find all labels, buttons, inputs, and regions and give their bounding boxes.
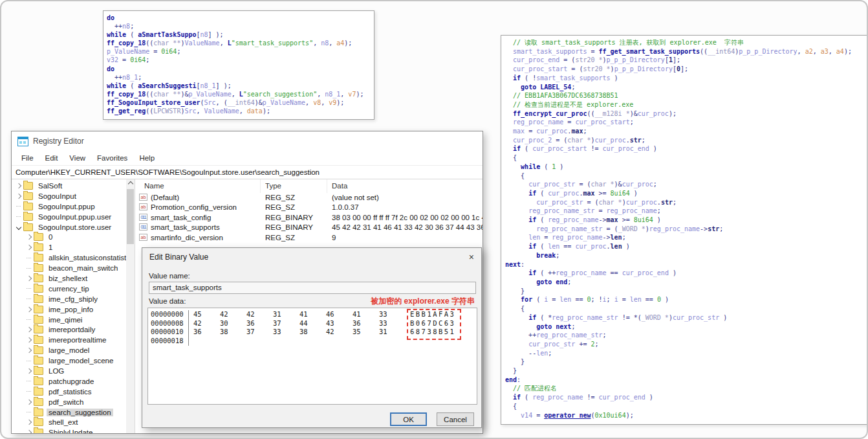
- code-line: {: [505, 402, 868, 411]
- column-header-name[interactable]: Name: [144, 182, 164, 190]
- tree-item-label: ShiplyUpdate: [47, 429, 94, 433]
- tree-item-large_model[interactable]: large_model: [12, 345, 126, 355]
- tree-item-large_model_scene[interactable]: large_model_scene: [12, 355, 126, 366]
- tree-item-ime_cfg_shiply[interactable]: ime_cfg_shiply: [12, 294, 126, 304]
- folder-icon: [34, 264, 43, 272]
- scroll-up-button[interactable]: [126, 179, 135, 188]
- tree-item-0[interactable]: 0: [12, 232, 126, 242]
- code-line: v32 = 0i64;: [107, 56, 374, 64]
- registry-value-row[interactable]: abPromotion_config_versionREG_SZ1.0.0.37: [135, 203, 483, 212]
- column-header-type[interactable]: Type: [265, 182, 281, 190]
- menu-edit[interactable]: Edit: [39, 154, 64, 162]
- registry-value-row[interactable]: 011smart_task_supportsREG_BINARY45 42 42…: [135, 223, 483, 232]
- code-line: reg_proc_name_str = reg_proc_name;: [505, 207, 868, 216]
- hex-row: 000000004542423141464133EBB1AFA3: [148, 310, 477, 319]
- tree-item-currency_tip[interactable]: currency_tip: [12, 284, 126, 294]
- chevron-right-icon: [25, 245, 33, 249]
- code-line: ff_SogouInput_store_user(Src, (__int64)&…: [107, 98, 374, 107]
- tree-scrollbar[interactable]: [126, 179, 135, 433]
- tree-item-SogouInput.ppup[interactable]: SogouInput.ppup: [12, 201, 126, 212]
- tree-item-imereportrealtime[interactable]: imereportrealtime: [12, 335, 126, 345]
- code-panel-decompiler-right: // 读取 smart_task_supports 注册表, 获取到 explo…: [501, 35, 868, 425]
- tree-item-biz_shellext[interactable]: biz_shellext: [12, 273, 126, 284]
- code-line: if ( cur_proc.max >= 8ui64 ): [505, 189, 868, 198]
- tree-item-SogouInput.store.user[interactable]: SogouInput.store.user: [12, 222, 126, 232]
- tree-item-allskin_statusiconstatistics[interactable]: allskin_statusiconstatistics: [12, 253, 126, 263]
- hex-byte: 37: [246, 328, 255, 335]
- tree-stub: [25, 391, 33, 392]
- folder-icon: [23, 223, 33, 231]
- code-line: cur_proc_str = (char *)cur_proc.str;: [505, 198, 868, 207]
- tree-item-pdf_statistics[interactable]: pdf_statistics: [12, 387, 126, 397]
- tree-item-label: ime_pop_info: [47, 306, 95, 313]
- hex-editor[interactable]: 000000004542423141464133EBB1AFA300000008…: [147, 308, 477, 405]
- tree-item-label: SogouInput: [36, 192, 78, 200]
- hex-ascii-char: 0: [416, 319, 420, 327]
- code-line: --len;: [505, 349, 868, 358]
- code-line: // EBB1AFA3B067DC6368738B51: [505, 91, 868, 100]
- tree-item-ShiplyUpdate[interactable]: ShiplyUpdate: [12, 427, 126, 433]
- folder-icon: [34, 295, 43, 303]
- hex-byte: 36: [246, 319, 255, 327]
- ok-button[interactable]: OK: [390, 412, 427, 426]
- tree-item-1[interactable]: 1: [12, 242, 126, 253]
- chevron-right-icon: [25, 235, 33, 239]
- tree-item-imereportdaily[interactable]: imereportdaily: [12, 324, 126, 335]
- folder-icon: [34, 233, 43, 241]
- tree-item-ime_pop_info[interactable]: ime_pop_info: [12, 304, 126, 315]
- close-icon[interactable]: ×: [469, 252, 474, 262]
- tree-item-patchupgrade[interactable]: patchupgrade: [12, 376, 126, 387]
- tree-item-LOG[interactable]: LOG: [12, 366, 126, 376]
- folder-icon: [34, 429, 43, 433]
- menu-favorites[interactable]: Favorites: [91, 154, 133, 162]
- column-header-data[interactable]: Data: [332, 182, 347, 190]
- hex-byte: 42: [193, 319, 202, 327]
- tree-item-ime_qimei[interactable]: ime_qimei: [12, 315, 126, 325]
- cancel-button[interactable]: Cancel: [437, 412, 474, 426]
- menu-view[interactable]: View: [63, 154, 91, 162]
- code-line: if ( reg_proc_name->max >= 8ui64 ): [505, 216, 868, 225]
- code-line: }: [505, 357, 868, 366]
- tree-item-label: currency_tip: [47, 285, 91, 293]
- tree-item-search_suggestion[interactable]: search_suggestion: [12, 407, 126, 418]
- menu-help[interactable]: Help: [133, 154, 160, 162]
- code-line: do: [107, 65, 374, 73]
- tree-item-SogouInput[interactable]: SogouInput: [12, 191, 126, 201]
- registry-title-bar[interactable]: Registry Editor: [12, 131, 483, 151]
- value-type: REG_SZ: [265, 234, 295, 242]
- scrollbar-thumb[interactable]: [127, 189, 134, 244]
- tree-item-label: SogouInput.store.user: [36, 223, 113, 231]
- tree-item-beacon_main_switch[interactable]: beacon_main_switch: [12, 263, 126, 273]
- hex-ascii-char: 1: [427, 310, 431, 318]
- registry-value-row[interactable]: ab(Default)REG_SZ(value not set): [135, 193, 483, 203]
- code-line: ++reg_proc_name_str;: [505, 331, 868, 340]
- registry-value-row[interactable]: 011smart_task_configREG_BINARY38 03 00 0…: [135, 213, 483, 223]
- code-line: max = cur_proc.max;: [505, 127, 868, 136]
- edit-binary-value-dialog: Edit Binary Value × Value name: smart_ta…: [142, 247, 482, 428]
- hex-ascii-char: 5: [444, 328, 448, 335]
- tree-item-pdf_switch[interactable]: pdf_switch: [12, 397, 126, 407]
- value-name-field[interactable]: smart_task_supports: [149, 282, 476, 294]
- value-data: (value not set): [332, 194, 483, 201]
- code-line: if ( *reg_proc_name_str != *(_WORD *)cur…: [505, 313, 868, 322]
- code-line: ff_encrypt_cur_proc((__m128i *)&cur_proc…: [505, 109, 868, 118]
- registry-value-row[interactable]: absmartinfo_dic_versionREG_SZ9: [135, 233, 483, 243]
- hex-byte: 42: [246, 310, 255, 318]
- tree-item-SalSoft[interactable]: SalSoft: [12, 181, 126, 191]
- tree-stub: [25, 381, 33, 381]
- address-bar[interactable]: Computer\HKEY_CURRENT_USER\SOFTWARE\Sogo…: [12, 166, 483, 179]
- tree-item-label: allskin_statusiconstatistics: [47, 254, 126, 262]
- code-line: for ( i = len == 0; !i; i = len == 0 ): [505, 295, 868, 304]
- code-line: // 匹配进程名: [505, 384, 868, 393]
- folder-icon: [23, 213, 33, 221]
- code-line: cur_proc_start = (str20 *)p_p_p_Director…: [505, 65, 868, 74]
- dialog-title-bar[interactable]: Edit Binary Value ×: [142, 248, 481, 266]
- tree-item-SogouInput.ppup.user[interactable]: SogouInput.ppup.user: [12, 212, 126, 222]
- tree-item-shell_ext[interactable]: shell_ext: [12, 417, 126, 427]
- tree-item-label: large_model_scene: [47, 357, 115, 365]
- hex-ascii-char: A: [433, 310, 437, 318]
- address-path: Computer\HKEY_CURRENT_USER\SOFTWARE\Sogo…: [16, 168, 320, 176]
- menu-file[interactable]: File: [16, 154, 39, 162]
- code-line: while ( 1 ): [505, 163, 868, 172]
- code-line: {: [505, 172, 868, 181]
